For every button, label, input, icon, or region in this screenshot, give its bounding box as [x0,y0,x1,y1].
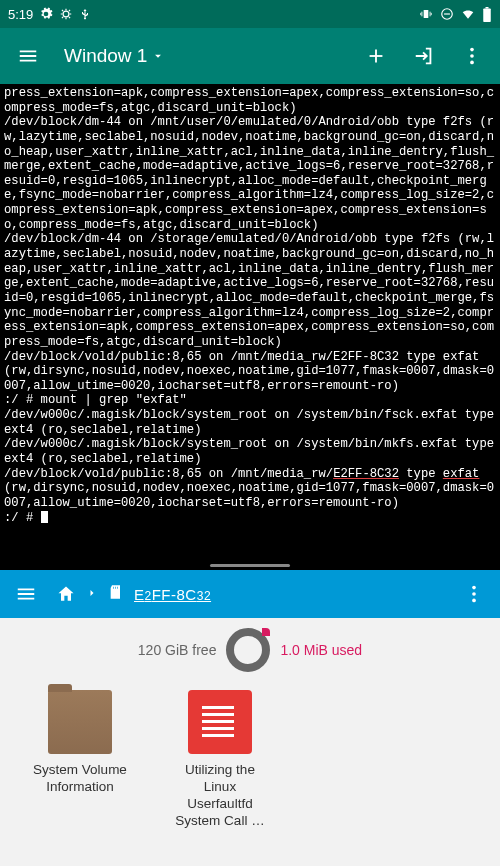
split-handle[interactable] [0,560,500,570]
filemanager-body: 120 GiB free 1.0 MiB used System Volume … [0,618,500,866]
svg-rect-1 [424,10,429,18]
svg-point-9 [472,592,476,596]
terminal-cursor [41,511,48,523]
fm-hamburger-button[interactable] [6,574,46,614]
sd-card-icon [108,583,124,605]
gear-icon [39,7,53,21]
status-bar: 5:19 [0,0,500,28]
file-label: System Volume Information [30,762,130,796]
svg-rect-3 [483,8,491,22]
vibrate-icon [418,7,434,21]
battery-icon [482,7,492,22]
storage-used-label: 1.0 MiB used [280,642,362,658]
storage-donut-icon [226,628,270,672]
file-item-folder[interactable]: System Volume Information [30,690,130,796]
chevron-down-icon [151,49,165,63]
debug-icon [59,7,73,21]
breadcrumb-volume[interactable]: E2FF-8C32 [134,586,211,603]
svg-point-5 [470,48,474,52]
file-label: Utilizing the Linux Userfaultfd System C… [170,762,270,830]
breadcrumb-separator-icon [86,585,98,603]
terminal-app-bar: Window 1 [0,28,500,84]
storage-free-label: 120 GiB free [138,642,217,658]
storage-summary: 120 GiB free 1.0 MiB used [0,628,500,672]
svg-rect-4 [486,7,489,9]
svg-point-6 [470,54,474,58]
window-title-dropdown[interactable]: Window 1 [64,45,165,67]
terminal-output[interactable]: press_extension=apk,compress_extension=a… [0,84,500,560]
svg-point-8 [472,586,476,590]
fm-home-button[interactable] [56,574,76,614]
filemanager-bar: E2FF-8C32 [0,570,500,618]
dnd-icon [440,7,454,21]
hamburger-menu-button[interactable] [8,36,48,76]
file-item-document[interactable]: Utilizing the Linux Userfaultfd System C… [170,690,270,830]
svg-point-0 [63,11,69,17]
overflow-menu-button[interactable] [452,36,492,76]
svg-point-7 [470,61,474,65]
exit-button[interactable] [404,36,444,76]
usb-icon [79,7,91,21]
status-time: 5:19 [8,7,33,22]
folder-icon [48,690,112,754]
svg-point-10 [472,599,476,603]
wifi-icon [460,7,476,21]
add-button[interactable] [356,36,396,76]
document-icon [188,690,252,754]
fm-overflow-menu-button[interactable] [454,574,494,614]
window-title-label: Window 1 [64,45,147,67]
